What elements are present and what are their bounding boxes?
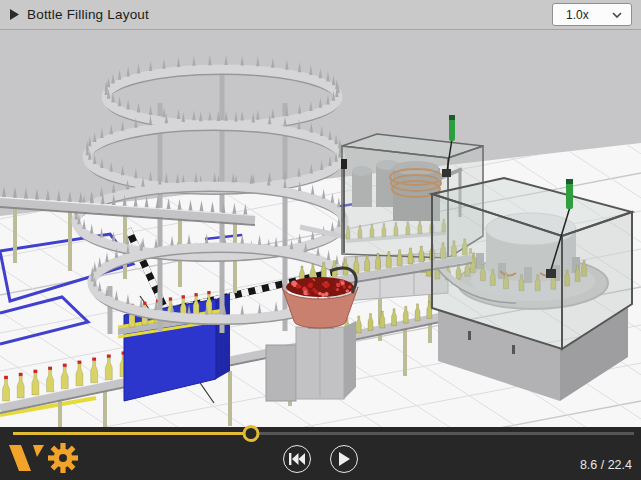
speed-dropdown[interactable]: 1.0x <box>552 3 632 26</box>
chevron-down-icon <box>612 12 622 18</box>
settings-gear-button[interactable] <box>47 442 79 474</box>
timeline-progress <box>13 432 251 435</box>
header-bar: Bottle Filling Layout 1.0x <box>0 0 641 30</box>
skip-to-start-button[interactable] <box>283 445 311 473</box>
play-icon <box>338 452 350 466</box>
time-display: 8.6 / 22.4 <box>580 458 632 472</box>
vc-logo <box>9 444 45 472</box>
timeline-slider[interactable] <box>13 432 634 435</box>
viewport-3d[interactable] <box>0 31 641 427</box>
playback-bar: 8.6 / 22.4 <box>0 427 641 480</box>
app-window: Bottle Filling Layout 1.0x <box>0 0 641 480</box>
play-button[interactable] <box>330 445 358 473</box>
page-title: Bottle Filling Layout <box>27 7 149 22</box>
collapse-arrow-icon[interactable] <box>10 9 19 20</box>
speed-value: 1.0x <box>566 8 589 22</box>
skip-to-start-icon <box>289 453 305 465</box>
slider-handle[interactable] <box>243 425 260 442</box>
